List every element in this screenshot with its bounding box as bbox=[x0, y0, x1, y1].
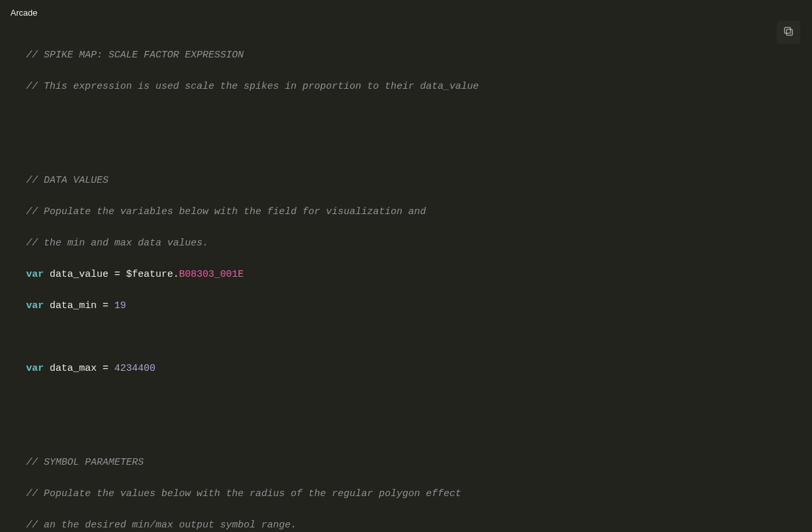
language-label: Arcade bbox=[0, 0, 812, 20]
code-block: // SPIKE MAP: SCALE FACTOR EXPRESSION //… bbox=[0, 20, 812, 532]
code-line: // DATA VALUES bbox=[26, 173, 786, 189]
code-line bbox=[26, 142, 786, 157]
svg-rect-1 bbox=[785, 27, 790, 33]
code-line: var data_value = $feature.B08303_001E bbox=[26, 267, 786, 283]
code-line: // SYMBOL PARAMETERS bbox=[26, 455, 786, 471]
copy-button[interactable] bbox=[777, 21, 800, 44]
code-line: // SPIKE MAP: SCALE FACTOR EXPRESSION bbox=[26, 48, 786, 63]
code-line: // Populate the variables below with the… bbox=[26, 204, 786, 220]
code-line: // an the desired min/max output symbol … bbox=[26, 518, 786, 532]
code-line: // the min and max data values. bbox=[26, 236, 786, 251]
code-line bbox=[26, 110, 786, 126]
code-line: var data_max = 4234400 bbox=[26, 361, 786, 377]
code-line: // This expression is used scale the spi… bbox=[26, 79, 786, 95]
code-line bbox=[26, 424, 786, 439]
code-line: // Populate the values below with the ra… bbox=[26, 486, 786, 502]
code-line: var data_min = 19 bbox=[26, 298, 786, 314]
svg-rect-0 bbox=[787, 29, 792, 35]
copy-icon bbox=[783, 25, 794, 40]
code-line bbox=[26, 330, 786, 345]
code-line bbox=[26, 392, 786, 408]
